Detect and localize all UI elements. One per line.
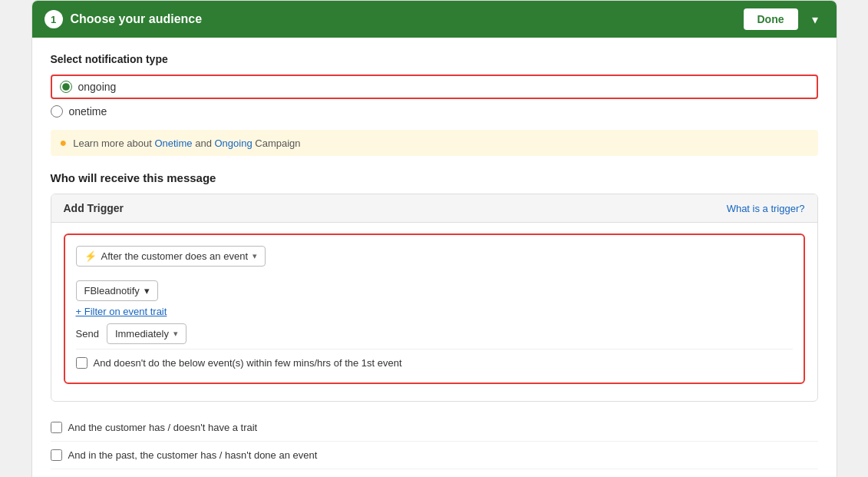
onetime-label: onetime xyxy=(69,105,107,118)
event-name-dropdown[interactable]: FBleadnotify ▾ xyxy=(76,280,158,301)
notification-type-label: Select notification type xyxy=(51,53,818,65)
onetime-radio-item: onetime xyxy=(51,105,818,118)
doesnt-do-event-label: And doesn't do the below event(s) within… xyxy=(94,357,402,369)
info-text: Learn more about Onetime and Ongoing Cam… xyxy=(73,137,300,149)
ongoing-radio[interactable] xyxy=(60,81,72,93)
ongoing-label: ongoing xyxy=(78,81,117,93)
header: 1 Choose your audience Done ▾ xyxy=(32,1,837,38)
ongoing-link[interactable]: Ongoing xyxy=(214,137,252,149)
main-card: 1 Choose your audience Done ▾ Select not… xyxy=(31,0,837,477)
doesnt-do-event-checkbox[interactable] xyxy=(76,357,87,369)
send-timing-row: Send Immediately ▾ xyxy=(76,323,793,344)
info-banner: ● Learn more about Onetime and Ongoing C… xyxy=(51,130,818,156)
notification-type-group: ongoing onetime xyxy=(51,75,818,118)
step-indicator: 1 xyxy=(45,10,63,28)
event-name-row: FBleadnotify ▾ xyxy=(76,274,793,301)
trigger-box: Add Trigger What is a trigger? ⚡ After t… xyxy=(51,194,818,402)
condition-row-2: And in the past, the customer has / hasn… xyxy=(51,442,818,469)
onetime-radio[interactable] xyxy=(51,105,63,118)
bolt-icon: ⚡ xyxy=(84,250,97,262)
trigger-header: Add Trigger What is a trigger? xyxy=(51,194,817,223)
chevron-down-icon[interactable]: ▾ xyxy=(806,9,824,30)
condition-2-label: And in the past, the customer has / hasn… xyxy=(68,449,318,461)
event-trigger-label: After the customer does an event xyxy=(101,250,249,262)
chevron-down-icon: ▾ xyxy=(173,329,178,339)
condition-2-checkbox[interactable] xyxy=(51,449,62,461)
whatsapp-opted-toggle-row: Only send to customers whose 'WhatsApp O… xyxy=(51,469,818,477)
send-timing-dropdown[interactable]: Immediately ▾ xyxy=(107,323,186,344)
condition-1-checkbox[interactable] xyxy=(51,422,62,433)
who-receives-title: Who will receive this message xyxy=(51,171,818,184)
what-is-trigger-link[interactable]: What is a trigger? xyxy=(727,203,805,214)
send-timing-label: Immediately xyxy=(115,328,169,340)
condition-row-1: And the customer has / doesn't have a tr… xyxy=(51,414,818,442)
onetime-link[interactable]: Onetime xyxy=(154,137,192,149)
filter-on-event-trait-link[interactable]: + Filter on event trait xyxy=(76,306,793,317)
ongoing-radio-box: ongoing xyxy=(51,75,818,99)
ongoing-radio-item: ongoing xyxy=(60,81,117,93)
body: Select notification type ongoing onetime… xyxy=(32,38,837,477)
trigger-content: ⚡ After the customer does an event ▾ FBl… xyxy=(51,223,817,401)
doesnt-do-event-row: And doesn't do the below event(s) within… xyxy=(76,349,793,372)
trigger-red-outline: ⚡ After the customer does an event ▾ FBl… xyxy=(64,234,805,384)
chevron-down-icon: ▾ xyxy=(252,251,257,261)
event-trigger-row: ⚡ After the customer does an event ▾ xyxy=(76,246,793,267)
condition-1-label: And the customer has / doesn't have a tr… xyxy=(68,422,258,433)
done-button[interactable]: Done xyxy=(744,8,798,30)
send-label: Send xyxy=(76,328,99,340)
trigger-header-label: Add Trigger xyxy=(64,202,124,214)
page-title: Choose your audience xyxy=(71,12,736,26)
event-name-label: FBleadnotify xyxy=(84,285,140,296)
info-icon: ● xyxy=(60,136,68,150)
chevron-down-icon: ▾ xyxy=(144,285,150,296)
event-trigger-dropdown[interactable]: ⚡ After the customer does an event ▾ xyxy=(76,246,266,267)
